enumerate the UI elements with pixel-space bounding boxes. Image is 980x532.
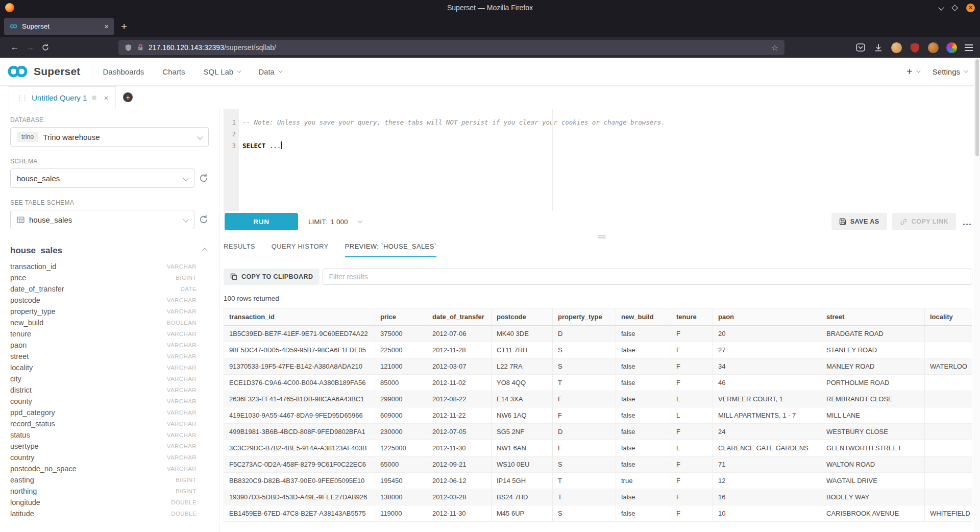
column-header-cell[interactable]: tenure — [671, 308, 713, 325]
cell-date-of-transfer: 2012-11-30 — [427, 440, 492, 456]
query-tab-active[interactable]: ⋮⋮ Untitled Query 1 × — [9, 86, 116, 109]
copy-link-button[interactable]: COPY LINK — [892, 213, 956, 230]
extension-badger-icon[interactable] — [891, 42, 902, 53]
extension-monkey-icon[interactable] — [928, 42, 939, 53]
cell-tenure: F — [671, 456, 713, 472]
downloads-icon[interactable] — [873, 42, 884, 53]
database-select[interactable]: trino Trino warehouse — [10, 127, 209, 147]
page-scrollbar[interactable] — [974, 58, 980, 532]
column-name: transaction_id — [10, 262, 167, 271]
tracking-shield-icon[interactable] — [125, 44, 132, 52]
results-tab[interactable]: QUERY HISTORY — [272, 243, 329, 257]
cell-tenure: F — [671, 489, 713, 505]
window-close-icon[interactable]: × — [966, 4, 975, 12]
settings-label: Settings — [933, 67, 960, 76]
browser-tab-superset[interactable]: Superset × — [4, 18, 114, 35]
sql-editor[interactable]: 123 -- Note: Unless you save your query,… — [224, 109, 980, 211]
pocket-icon[interactable] — [855, 42, 866, 53]
maximize-icon[interactable] — [951, 5, 958, 11]
results-tab[interactable]: PREVIEW: `HOUSE_SALES` — [345, 243, 437, 257]
copy-to-clipboard-button[interactable]: COPY TO CLIPBOARD — [224, 269, 320, 285]
column-header-cell[interactable]: locality — [925, 308, 972, 325]
reload-button[interactable] — [38, 43, 53, 52]
nav-link[interactable]: Dashboards — [103, 67, 144, 76]
limit-value: 1 000 — [331, 218, 348, 226]
insecure-lock-icon[interactable] — [137, 44, 144, 51]
column-header-cell[interactable]: transaction_id — [224, 308, 375, 325]
table-grid-icon — [17, 216, 24, 224]
table-column-row: transaction_id VARCHAR — [10, 261, 197, 272]
drag-handle-icon[interactable]: ⋮⋮ — [16, 94, 27, 102]
add-query-tab-button[interactable]: + — [123, 92, 133, 102]
column-name: date_of_transfer — [10, 285, 181, 293]
column-type: BIGINT — [176, 275, 197, 281]
table-select[interactable]: house_sales — [10, 210, 194, 229]
collapse-chevron-up-icon[interactable] — [202, 248, 207, 253]
cell-tenure: L — [671, 407, 713, 423]
cell-property-type: F — [553, 440, 616, 456]
table-schema-panel-header[interactable]: house_sales — [10, 246, 207, 256]
cell-transaction-id: 419E1030-9A55-4467-8DA9-9FED95D65966 — [224, 407, 375, 423]
add-new-menu[interactable]: + — [906, 66, 919, 78]
cell-postcode: E14 3XA — [492, 391, 553, 407]
column-name: postcode — [10, 296, 167, 304]
column-header-cell[interactable]: property_type — [553, 308, 616, 325]
table-row: 3C3C29DC-B7B2-4BE5-914A-A38123AF403B 122… — [224, 440, 972, 456]
limit-dropdown[interactable]: LIMIT: 1 000 — [308, 218, 361, 226]
run-button[interactable]: RUN — [225, 213, 298, 230]
cell-postcode: WS10 0EU — [492, 456, 553, 472]
splitter-drag-handle[interactable] — [598, 235, 606, 238]
cell-locality — [925, 440, 972, 456]
database-select-value: Trino warehouse — [43, 133, 193, 141]
cell-tenure: F — [671, 375, 713, 391]
refresh-schema-icon[interactable] — [199, 173, 209, 183]
cell-transaction-id: 2636F323-FF41-4765-81DB-98CAA6A43BC1 — [224, 391, 375, 407]
nav-link[interactable]: Charts — [162, 67, 185, 76]
plus-icon: + — [906, 66, 913, 78]
superset-logo[interactable]: Superset — [6, 65, 80, 78]
minimize-icon[interactable] — [938, 5, 944, 10]
results-table: transaction_idpricedate_of_transferpostc… — [224, 308, 972, 522]
table-column-row: price BIGINT — [10, 272, 197, 283]
column-header-cell[interactable]: street — [821, 308, 925, 325]
settings-menu[interactable]: Settings — [933, 67, 967, 76]
column-header-cell[interactable]: postcode — [492, 308, 553, 325]
nav-dropdown[interactable]: SQL Lab — [204, 67, 240, 76]
url-bar[interactable]: 217.160.120.143:32393/superset/sqllab/ ☆ — [118, 40, 785, 55]
sqllab-sidebar: DATABASE trino Trino warehouse SCHEMA ho… — [0, 109, 219, 532]
schema-select[interactable]: house_sales — [10, 168, 194, 188]
cell-transaction-id: 3C3C29DC-B7B2-4BE5-914A-A38123AF403B — [224, 440, 375, 456]
column-header-cell[interactable]: new_build — [616, 308, 671, 325]
tab-close-icon[interactable]: × — [104, 22, 109, 31]
refresh-table-icon[interactable] — [199, 214, 209, 225]
bookmark-star-icon[interactable]: ☆ — [771, 43, 778, 53]
column-type: VARCHAR — [167, 263, 197, 270]
table-row: 499B1981-3B6B-4BCD-808F-9FED9802BFA1 230… — [224, 424, 972, 440]
filter-results-input[interactable] — [323, 269, 972, 285]
column-header-cell[interactable]: paon — [713, 308, 821, 325]
cell-locality — [925, 489, 972, 505]
cell-property-type: S — [553, 342, 616, 358]
cell-postcode: L22 7RA — [492, 358, 553, 374]
column-name: price — [10, 274, 176, 282]
cell-transaction-id: 1B5C39ED-BE7F-41EF-9E71-9C60EED74A22 — [224, 326, 375, 342]
cell-property-type: T — [553, 375, 616, 391]
back-button[interactable]: ← — [7, 42, 22, 53]
extension-ublock-icon[interactable] — [910, 42, 920, 53]
menu-icon[interactable] — [965, 44, 973, 51]
results-tab[interactable]: RESULTS — [224, 243, 255, 257]
new-browser-tab-button[interactable]: + — [121, 21, 127, 32]
editor-gutter: 123 — [224, 109, 239, 211]
extension-pinwheel-icon[interactable] — [946, 42, 957, 53]
nav-dropdown[interactable]: Data — [258, 67, 281, 76]
scrollbar-thumb[interactable] — [975, 59, 979, 156]
cell-tenure: F — [671, 505, 713, 521]
column-header-cell[interactable]: price — [375, 308, 427, 325]
column-header-cell[interactable]: date_of_transfer — [427, 308, 492, 325]
editor-code-area[interactable]: -- Note: Unless you save your query, the… — [239, 109, 980, 211]
query-tab-close-icon[interactable]: × — [104, 93, 108, 102]
table-row: 2636F323-FF41-4765-81DB-98CAA6A43BC1 299… — [224, 391, 972, 407]
more-actions-button[interactable]: … — [962, 217, 972, 227]
save-as-button[interactable]: SAVE AS — [831, 213, 887, 230]
forward-button[interactable]: → — [22, 42, 38, 53]
